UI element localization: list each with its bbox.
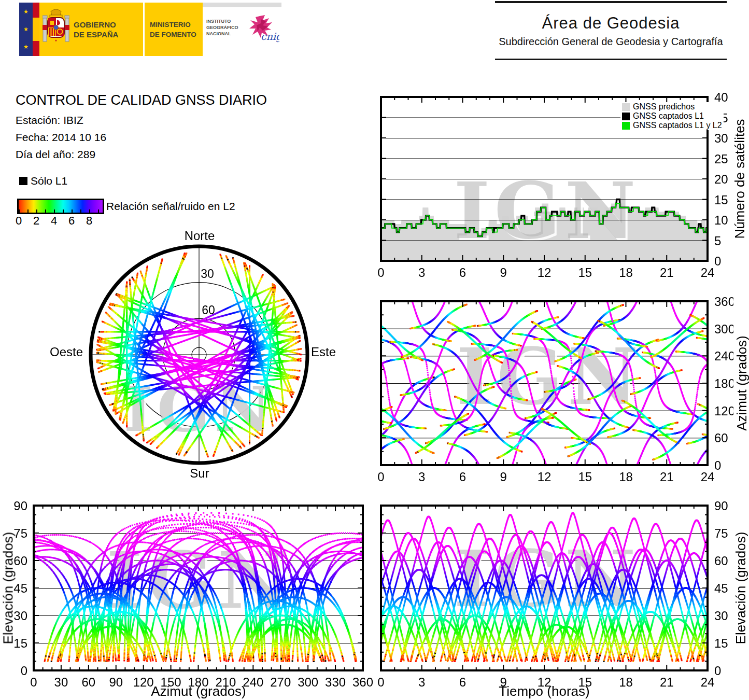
colorbar-tick: 0 (16, 214, 22, 228)
legend-row-predichos: GNSS predichos (620, 102, 724, 111)
cnig-logo-icon: cnig (245, 14, 279, 44)
elev-azimut-chart-canvas (10, 500, 373, 692)
gobierno-box: GOBIERNO DE ESPAÑA (39, 3, 143, 56)
colorbar-ticks (19, 209, 103, 213)
black-square-icon (622, 113, 630, 120)
colorbar-tick: 4 (51, 214, 57, 228)
area-geodesia-header: Área de Geodesia Subdirección General de… (495, 1, 727, 60)
star-icon: ★ (23, 26, 29, 33)
ministerio-box: MINISTERIO DE FOMENTO (145, 3, 203, 56)
ring-30-label: 30 (201, 267, 214, 281)
instituto-label: INSTITUTO GEOGRÁFICO NACIONAL (206, 18, 238, 37)
colorbar-label: Relación señal/ruido en L2 (106, 200, 235, 213)
cnig-wordmark: cnig (261, 31, 279, 43)
ministerio-label: MINISTERIO DE FOMENTO (150, 20, 196, 39)
spain-coat-of-arms-icon (43, 8, 69, 51)
area-title: Área de Geodesia (542, 14, 680, 33)
gray-square-icon (622, 103, 630, 111)
spain-flag-icon (33, 3, 39, 56)
gnss-quality-report: ★ ★ ★ (0, 0, 749, 700)
eu-stars-band: ★ ★ ★ (19, 3, 33, 56)
black-square-icon (19, 177, 27, 185)
sat-count-legend: GNSS predichos GNSS captados L1 GNSS cap… (620, 102, 724, 130)
solo-l1-label: Sólo L1 (31, 175, 67, 187)
gray-strip (203, 3, 281, 7)
snr-colorbar (17, 199, 104, 214)
elev-right-axis-title: Elevación (grados) (733, 532, 749, 645)
colorbar-tick: 2 (33, 214, 39, 228)
elev-time-chart-canvas (363, 500, 733, 692)
area-subtitle: Subdirección General de Geodesia y Carto… (499, 36, 723, 48)
colorbar-tick: 6 (68, 214, 75, 228)
star-icon: ★ (23, 8, 29, 15)
colorbar-tick-labels: 0 2 4 6 8 (17, 214, 104, 227)
ign-box: INSTITUTO GEOGRÁFICO NACIONAL cnig (203, 3, 281, 56)
legend-row-l1: GNSS captados L1 (620, 111, 724, 121)
skyplot-canvas (83, 233, 316, 477)
compass-north-label: Norte (185, 229, 215, 243)
gov-logo-block: ★ ★ ★ (19, 3, 281, 56)
legend-label: GNSS predichos (633, 102, 695, 111)
station-line: Estación: IBIZ (16, 114, 83, 127)
legend-label: GNSS captados L1 (633, 111, 704, 121)
compass-west-label: Oeste (50, 345, 83, 359)
azimut-bottom-axis-title: Azimut (grados) (151, 683, 246, 699)
date-line: Fecha: 2014 10 16 (16, 131, 106, 144)
tiempo-axis-title: Tiempo (horas) (499, 683, 589, 699)
legend-row-l1l2: GNSS captados L1 y L2 (620, 121, 724, 130)
page-title: CONTROL DE CALIDAD GNSS DIARIO (16, 92, 267, 108)
star-icon: ★ (23, 44, 29, 50)
azimut-time-chart-canvas (363, 296, 733, 485)
doy-line: Día del año: 289 (16, 148, 95, 161)
sat-count-axis-title: Número de satélites (732, 119, 748, 239)
colorbar-tick: 8 (86, 214, 92, 228)
ring-60-label: 60 (202, 303, 215, 317)
azimut-axis-title: Azimut (grados) (734, 335, 749, 431)
legend-label: GNSS captados L1 y L2 (633, 121, 722, 130)
compass-east-label: Este (311, 345, 336, 359)
elev-left-axis-title: Elevación (grados) (1, 532, 17, 645)
compass-south-label: Sur (190, 466, 209, 481)
gobierno-label: GOBIERNO DE ESPAÑA (74, 20, 118, 39)
solo-l1-legend: Sólo L1 (19, 175, 67, 187)
green-square-icon (622, 122, 630, 130)
